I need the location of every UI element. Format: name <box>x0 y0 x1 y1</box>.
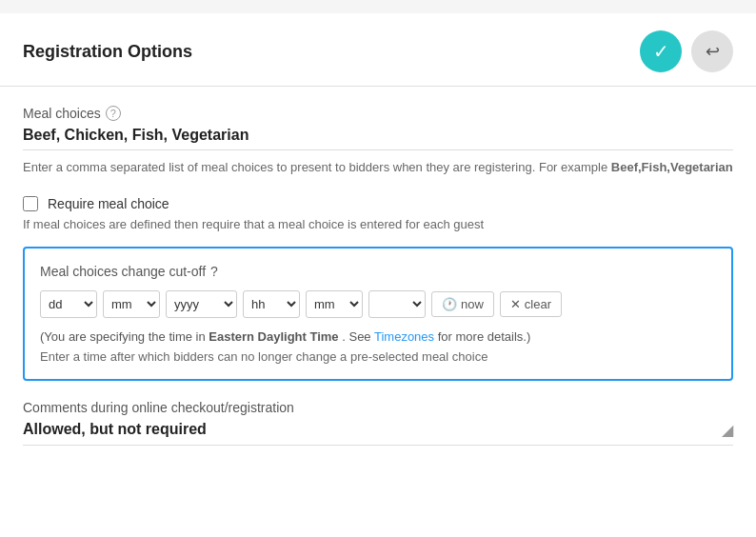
comments-value: Allowed, but not required <box>23 421 207 438</box>
cutoff-tz-note: (You are specifying the time in Eastern … <box>40 329 716 344</box>
cutoff-label: Meal choices change cut-off ? <box>40 264 716 279</box>
cutoff-yyyy-select[interactable]: yyyy <box>166 290 237 318</box>
header: Registration Options ✓ ↩ <box>0 13 756 87</box>
cutoff-controls: dd mm yyyy hh mm 🕐 <box>40 290 716 318</box>
clear-button[interactable]: ✕ clear <box>500 291 562 317</box>
cutoff-box: Meal choices change cut-off ? dd mm yyyy… <box>23 247 733 381</box>
cutoff-help-icon[interactable]: ? <box>210 264 218 279</box>
require-meal-row: Require meal choice <box>23 196 733 211</box>
times-icon: ✕ <box>510 297 521 311</box>
cutoff-dd-select[interactable]: dd <box>40 290 97 318</box>
require-meal-checkbox[interactable] <box>23 196 38 211</box>
cutoff-hh-select[interactable]: hh <box>243 290 300 318</box>
expand-icon: ◢ <box>722 421 733 439</box>
save-button[interactable]: ✓ <box>640 30 682 72</box>
check-icon: ✓ <box>653 40 669 63</box>
meal-choices-hint: Enter a comma separated list of meal cho… <box>23 158 733 177</box>
clock-icon: 🕐 <box>442 297 457 311</box>
cutoff-tz-select[interactable] <box>368 290 426 318</box>
cutoff-mm-select[interactable]: mm <box>103 290 160 318</box>
meal-choices-label: Meal choices ? <box>23 106 733 121</box>
content: Meal choices ? Beef, Chicken, Fish, Vege… <box>0 87 756 465</box>
top-bar <box>0 0 756 13</box>
cutoff-note: Enter a time after which bidders can no … <box>40 349 716 364</box>
meal-choices-value: Beef, Chicken, Fish, Vegetarian <box>23 127 733 150</box>
undo-icon: ↩ <box>706 41 720 62</box>
now-button[interactable]: 🕐 now <box>431 291 494 317</box>
page-title: Registration Options <box>23 42 192 62</box>
comments-section: Comments during online checkout/registra… <box>23 400 733 446</box>
require-meal-hint: If meal choices are defined then require… <box>23 217 733 231</box>
meal-choices-help-icon[interactable]: ? <box>106 106 121 121</box>
header-actions: ✓ ↩ <box>640 30 733 72</box>
meal-choices-section: Meal choices ? Beef, Chicken, Fish, Vege… <box>23 106 733 177</box>
page-wrapper: Registration Options ✓ ↩ Meal choices ? … <box>0 0 756 537</box>
timezones-link[interactable]: Timezones <box>374 329 434 344</box>
comments-value-row: Allowed, but not required ◢ <box>23 421 733 446</box>
undo-button[interactable]: ↩ <box>691 30 733 72</box>
require-meal-label: Require meal choice <box>48 196 169 211</box>
cutoff-min-select[interactable]: mm <box>306 290 363 318</box>
comments-label: Comments during online checkout/registra… <box>23 400 733 415</box>
